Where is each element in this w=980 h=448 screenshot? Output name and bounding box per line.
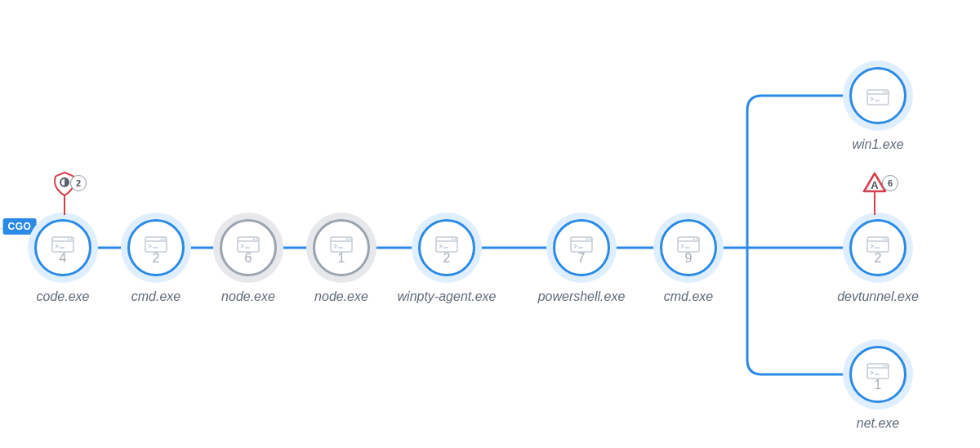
svg-rect-16 bbox=[253, 239, 255, 240]
svg-rect-31 bbox=[586, 239, 588, 240]
svg-rect-12 bbox=[164, 239, 166, 240]
node-ring: 4 bbox=[34, 219, 91, 276]
svg-rect-34 bbox=[678, 237, 699, 252]
svg-rect-44 bbox=[867, 237, 889, 252]
alert-letter: A bbox=[871, 179, 879, 191]
svg-rect-41 bbox=[883, 92, 884, 93]
node-label: cmd.exe bbox=[664, 289, 713, 304]
svg-rect-6 bbox=[71, 239, 73, 240]
node-label: powershell.exe bbox=[538, 289, 626, 304]
svg-rect-11 bbox=[161, 239, 163, 240]
process-node-winpty[interactable]: 2 winpty-agent.exe bbox=[412, 213, 482, 283]
node-label: net.exe bbox=[857, 416, 899, 431]
window-icon bbox=[51, 236, 74, 253]
svg-rect-22 bbox=[350, 239, 351, 240]
svg-rect-27 bbox=[455, 239, 457, 240]
svg-rect-51 bbox=[883, 365, 884, 367]
svg-rect-17 bbox=[256, 239, 258, 240]
process-node-node-2[interactable]: 1 node.exe bbox=[306, 213, 376, 283]
node-count: 2 bbox=[852, 251, 904, 266]
process-node-node-1[interactable]: 6 node.exe bbox=[213, 213, 283, 283]
node-count: 6 bbox=[222, 251, 274, 266]
process-node-net[interactable]: 1 net.exe bbox=[843, 339, 913, 410]
svg-rect-46 bbox=[883, 239, 884, 240]
node-count: 2 bbox=[421, 251, 473, 266]
node-count: 4 bbox=[37, 251, 89, 266]
alert-shield-code[interactable]: 2 bbox=[54, 172, 75, 215]
window-icon bbox=[570, 236, 593, 253]
window-icon bbox=[866, 236, 889, 253]
window-icon bbox=[866, 89, 889, 105]
node-ring: 2 bbox=[849, 219, 906, 276]
node-count: 2 bbox=[130, 251, 182, 266]
node-label: win1.exe bbox=[852, 137, 903, 152]
svg-rect-29 bbox=[571, 237, 592, 252]
node-label: code.exe bbox=[37, 289, 90, 304]
process-tree-canvas: { "colors": { "blue": "#2a8ae6", "blue_h… bbox=[0, 0, 980, 448]
svg-rect-9 bbox=[145, 237, 167, 252]
process-node-cmd-1[interactable]: 2 cmd.exe bbox=[121, 213, 191, 283]
svg-rect-19 bbox=[331, 237, 352, 252]
svg-rect-49 bbox=[867, 364, 889, 379]
alert-triangle-devtunnel[interactable]: A 6 bbox=[862, 172, 887, 215]
node-count: 1 bbox=[315, 251, 368, 266]
process-node-powershell[interactable]: 7 powershell.exe bbox=[546, 213, 617, 283]
node-label: node.exe bbox=[314, 289, 368, 304]
node-ring bbox=[849, 67, 906, 124]
svg-rect-21 bbox=[346, 239, 348, 240]
window-icon bbox=[866, 363, 889, 379]
node-label: node.exe bbox=[221, 289, 275, 304]
svg-rect-52 bbox=[886, 365, 888, 367]
window-icon bbox=[330, 236, 353, 253]
svg-rect-47 bbox=[886, 239, 888, 240]
svg-rect-42 bbox=[886, 92, 888, 93]
svg-rect-26 bbox=[452, 239, 453, 240]
node-ring: 2 bbox=[418, 219, 475, 276]
svg-rect-5 bbox=[68, 239, 69, 240]
svg-rect-39 bbox=[867, 90, 889, 105]
process-node-cmd-2[interactable]: 9 cmd.exe bbox=[653, 213, 724, 283]
node-count: 1 bbox=[852, 378, 904, 392]
window-icon bbox=[677, 236, 700, 253]
process-node-win1[interactable]: win1.exe bbox=[843, 60, 913, 131]
alert-count-badge: 6 bbox=[882, 175, 898, 191]
svg-rect-32 bbox=[590, 239, 591, 240]
svg-rect-37 bbox=[697, 239, 698, 240]
svg-rect-24 bbox=[436, 237, 457, 252]
node-ring: 6 bbox=[220, 219, 277, 276]
alert-count-badge: 2 bbox=[70, 175, 87, 191]
process-node-devtunnel[interactable]: 2 devtunnel.exe bbox=[843, 213, 913, 283]
node-ring: 1 bbox=[313, 219, 370, 276]
node-ring: 9 bbox=[660, 219, 717, 276]
node-count: 7 bbox=[555, 251, 608, 266]
window-icon bbox=[145, 236, 167, 253]
svg-rect-3 bbox=[52, 237, 74, 252]
node-label: winpty-agent.exe bbox=[398, 289, 497, 304]
node-ring: 7 bbox=[553, 219, 610, 276]
node-ring: 1 bbox=[849, 346, 906, 403]
svg-rect-36 bbox=[693, 239, 695, 240]
node-label: devtunnel.exe bbox=[837, 289, 919, 304]
window-icon bbox=[237, 236, 260, 253]
process-node-code[interactable]: 4 code.exe bbox=[28, 213, 98, 283]
node-count: 9 bbox=[662, 251, 715, 266]
node-label: cmd.exe bbox=[131, 289, 180, 304]
node-ring: 2 bbox=[127, 219, 185, 276]
window-icon bbox=[435, 236, 458, 253]
svg-rect-14 bbox=[238, 237, 259, 252]
